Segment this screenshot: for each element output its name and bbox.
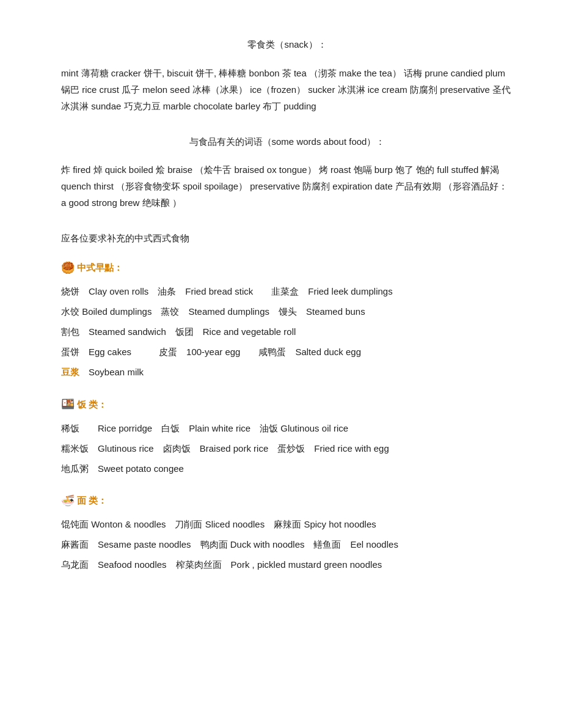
snack-title: 零食类（snack）： bbox=[61, 37, 513, 53]
breakfast-emoji: 🥮 bbox=[61, 259, 75, 278]
snack-content: mint 薄荷糖 cracker 饼干, biscuit 饼干, 棒棒糖 bon… bbox=[61, 65, 513, 114]
rice-row-3: 地瓜粥 Sweet potato congee bbox=[61, 460, 513, 477]
words-title: 与食品有关的词语（some words about food）： bbox=[61, 134, 513, 150]
rice-heading: 🍱饭 类： bbox=[61, 395, 513, 414]
noodle-heading: 🍜面 类： bbox=[61, 491, 513, 510]
noodle-row-1: 馄饨面 Wonton & noodles 刀削面 Sliced noodles … bbox=[61, 516, 513, 532]
breakfast-row-5: 豆浆 Soybean milk bbox=[61, 364, 513, 380]
noodle-row-3: 乌龙面 Seafood noodles 榨菜肉丝面 Pork , pickled… bbox=[61, 556, 513, 573]
noodle-emoji: 🍜 bbox=[61, 491, 75, 510]
breakfast-row-3: 割包 Steamed sandwich 饭团 Rice and vegetabl… bbox=[61, 323, 513, 340]
noodle-section: 🍜面 类： 馄饨面 Wonton & noodles 刀削面 Sliced no… bbox=[61, 491, 513, 573]
words-content: 炸 fired 焯 quick boiled 烩 braise （烩牛舌 bra… bbox=[61, 161, 513, 211]
breakfast-row-4: 蛋饼 Egg cakes 皮蛋 100-year egg 咸鸭蛋 Salted … bbox=[61, 344, 513, 360]
breakfast-row-2: 水饺 Boiled dumplings 蒸饺 Steamed dumplings… bbox=[61, 303, 513, 320]
rice-row-1: 稀饭 Rice porridge 白饭 Plain white rice 油饭 … bbox=[61, 420, 513, 436]
noodle-row-2: 麻酱面 Sesame paste noodles 鸭肉面 Duck with n… bbox=[61, 536, 513, 553]
rice-emoji: 🍱 bbox=[61, 395, 75, 414]
rice-row-2: 糯米饭 Glutinous rice 卤肉饭 Braised pork rice… bbox=[61, 440, 513, 457]
rice-section: 🍱饭 类： 稀饭 Rice porridge 白饭 Plain white ri… bbox=[61, 395, 513, 477]
chinese-breakfast-heading: 🥮中式早點： bbox=[61, 259, 513, 278]
breakfast-row-1: 烧饼 Clay oven rolls 油条 Fried bread stick … bbox=[61, 283, 513, 300]
chinese-breakfast-section: 🥮中式早點： 烧饼 Clay oven rolls 油条 Fried bread… bbox=[61, 259, 513, 381]
request-line: 应各位要求补充的中式西式食物 bbox=[61, 230, 513, 246]
